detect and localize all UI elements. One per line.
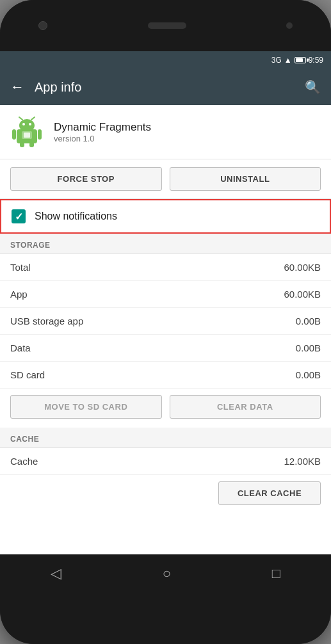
storage-section: STORAGE Total 60.00KB App 60.00KB USB st…: [0, 234, 331, 428]
app-value: 60.00KB: [284, 289, 321, 300]
move-to-sd-button: MOVE TO SD CARD: [10, 395, 162, 419]
clear-data-button: CLEAR DATA: [170, 395, 321, 419]
home-nav-button[interactable]: ○: [150, 560, 184, 587]
back-nav-button[interactable]: ◁: [38, 560, 74, 587]
app-icon: [10, 115, 44, 149]
bottom-nav: ◁ ○ □: [0, 554, 331, 593]
notifications-label: Show notifications: [35, 211, 117, 222]
uninstall-button[interactable]: UNINSTALL: [170, 167, 321, 191]
recent-nav-button[interactable]: □: [259, 560, 293, 587]
app-version: version 1.0: [54, 134, 151, 143]
clock: 9:59: [309, 56, 323, 65]
status-icons: 3G ▲ 9:59: [271, 56, 323, 65]
cache-section-header: CACHE: [0, 428, 331, 448]
sdcard-label: SD card: [10, 369, 45, 380]
cache-value: 12.00KB: [284, 456, 321, 467]
svg-point-3: [29, 123, 31, 125]
app-bar-title: App info: [35, 80, 305, 95]
screen: 3G ▲ 9:59 ← App info 🔍: [0, 51, 331, 593]
svg-line-4: [19, 117, 22, 120]
app-bar: ← App info 🔍: [0, 69, 331, 105]
svg-rect-9: [29, 142, 34, 147]
notifications-checkbox[interactable]: ✓: [12, 209, 26, 223]
storage-buttons: MOVE TO SD CARD CLEAR DATA: [0, 389, 331, 428]
data-label: Data: [10, 342, 31, 353]
action-buttons: FORCE STOP UNINSTALL: [0, 159, 331, 199]
sensor: [286, 22, 293, 29]
svg-point-1: [19, 119, 35, 132]
svg-rect-7: [38, 129, 42, 140]
back-button[interactable]: ←: [10, 79, 24, 95]
status-bar: 3G ▲ 9:59: [0, 51, 331, 69]
notifications-row[interactable]: ✓ Show notifications: [0, 199, 331, 234]
checkmark-icon: ✓: [15, 211, 23, 223]
usb-value: 0.00B: [296, 316, 321, 326]
force-stop-button[interactable]: FORCE STOP: [10, 167, 162, 191]
network-indicator: 3G: [271, 56, 282, 65]
cache-section: CACHE Cache 12.00KB CLEAR CACHE: [0, 428, 331, 554]
storage-app-row: App 60.00KB: [0, 281, 331, 308]
storage-data-row: Data 0.00B: [0, 335, 331, 362]
phone-shell: 3G ▲ 9:59 ← App info 🔍: [0, 0, 331, 644]
clear-cache-row: CLEAR CACHE: [0, 475, 331, 514]
app-name: Dynamic Fragments: [54, 121, 151, 134]
app-info-header: Dynamic Fragments version 1.0: [0, 105, 331, 159]
total-label: Total: [10, 262, 31, 273]
bottom-bezel: [0, 593, 331, 644]
speaker-grille: [148, 22, 186, 29]
svg-rect-11: [24, 133, 30, 138]
app-label: App: [10, 289, 28, 300]
total-value: 60.00KB: [284, 262, 321, 273]
clear-cache-button[interactable]: CLEAR CACHE: [218, 481, 321, 505]
data-value: 0.00B: [296, 342, 321, 353]
svg-point-2: [22, 123, 25, 125]
cache-row: Cache 12.00KB: [0, 448, 331, 475]
cache-label: Cache: [10, 456, 38, 467]
storage-usb-row: USB storage app 0.00B: [0, 308, 331, 335]
storage-sdcard-row: SD card 0.00B: [0, 362, 331, 389]
top-bezel: [0, 0, 331, 51]
search-icon[interactable]: 🔍: [305, 79, 321, 95]
storage-total-row: Total 60.00KB: [0, 254, 331, 281]
svg-rect-8: [20, 142, 24, 147]
sdcard-value: 0.00B: [296, 369, 321, 380]
signal-icon: ▲: [284, 56, 292, 65]
app-details: Dynamic Fragments version 1.0: [54, 121, 151, 143]
storage-section-header: STORAGE: [0, 234, 331, 254]
svg-rect-6: [12, 129, 16, 140]
front-camera: [38, 21, 47, 30]
svg-line-5: [31, 117, 35, 120]
battery-icon: [295, 57, 306, 63]
usb-label: USB storage app: [10, 316, 83, 326]
